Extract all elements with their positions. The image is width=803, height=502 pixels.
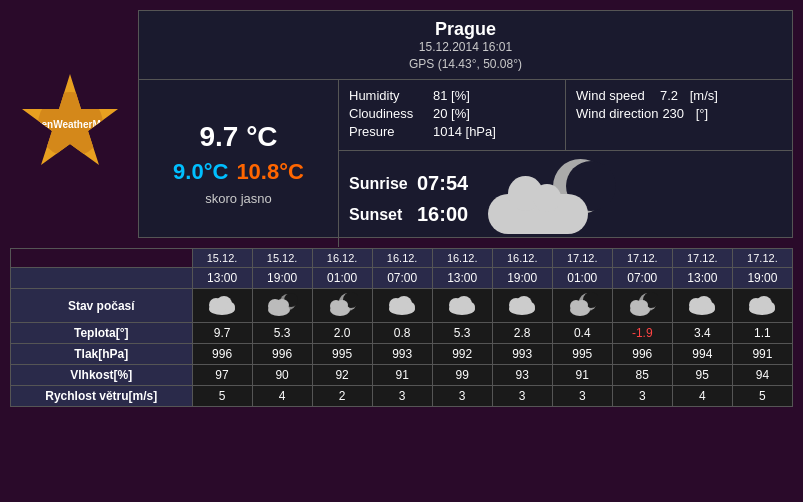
time-header-cell: 07:00 (372, 268, 432, 289)
data-cell: 2 (312, 386, 372, 407)
date-header-cell: 17.12. (672, 249, 732, 268)
logo-star: Open Weather Map (20, 74, 120, 174)
card-header: Prague 15.12.2014 16:01 GPS (14.43°, 50.… (139, 11, 792, 80)
data-cell: 2.0 (312, 323, 372, 344)
data-cell: 0.8 (372, 323, 432, 344)
pressure-value: 1014 [hPa] (433, 124, 496, 139)
time-header-cell: 13:00 (192, 268, 252, 289)
city-name: Prague (151, 19, 780, 40)
row-label-cell: Tlak[hPa] (11, 344, 193, 365)
forecast-table: 15.12.15.12.16.12.16.12.16.12.16.12.17.1… (10, 248, 793, 407)
data-cell: 993 (492, 344, 552, 365)
data-cell (672, 289, 732, 323)
data-cell: 3.4 (672, 323, 732, 344)
table-row: Tlak[hPa]996996995993992993995996994991 (11, 344, 793, 365)
wind-speed-label: Wind speed (576, 88, 656, 103)
data-cell: 996 (612, 344, 672, 365)
cloudiness-label: Cloudiness (349, 106, 429, 121)
data-cell: 4 (672, 386, 732, 407)
data-cell: 2.8 (492, 323, 552, 344)
cloudiness-line: Cloudiness 20 [%] (349, 106, 555, 121)
row-label-cell: Vlhkost[%] (11, 365, 193, 386)
forecast-section: 15.12.15.12.16.12.16.12.16.12.16.12.17.1… (0, 248, 803, 415)
temp-min: 9.0°C (173, 159, 228, 185)
sunset-value: 16:00 (417, 203, 468, 226)
svg-point-43 (765, 302, 775, 312)
wind-dir-label: Wind direction (576, 106, 658, 121)
temp-max: 10.8°C (236, 159, 304, 185)
temp-range: 9.0°C 10.8°C (173, 159, 304, 185)
sunset-row: Sunset 16:00 (349, 203, 468, 226)
app-container: Open Weather Map Prague 15.12.2014 16:01… (0, 0, 803, 502)
date-header-cell: 15.12. (252, 249, 312, 268)
data-cell (552, 289, 612, 323)
date-time: 15.12.2014 16:01 (151, 40, 780, 54)
data-cell: 3 (492, 386, 552, 407)
svg-point-35 (636, 300, 648, 310)
data-cell (432, 289, 492, 323)
data-cell: 9.7 (192, 323, 252, 344)
data-cell: 5.3 (432, 323, 492, 344)
humidity-line: Humidity 81 [%] (349, 88, 555, 103)
data-cell: 97 (192, 365, 252, 386)
sun-times: Sunrise 07:54 Sunset 16:00 (349, 172, 468, 226)
table-row: Rychlost větru[m/s]5423333345 (11, 386, 793, 407)
temp-section: 9.7 °C 9.0°C 10.8°C skoro jasno (139, 80, 339, 247)
sun-section: Sunrise 07:54 Sunset 16:00 (339, 151, 792, 247)
wind-speed-unit: [m/s] (690, 88, 718, 103)
sunrise-row: Sunrise 07:54 (349, 172, 468, 195)
weather-description: skoro jasno (205, 191, 271, 206)
logo-text-line3: Map (92, 118, 112, 131)
svg-point-39 (705, 302, 715, 312)
time-header-cell: 19:00 (492, 268, 552, 289)
data-cell: 5 (732, 386, 792, 407)
time-header-cell: 13:00 (672, 268, 732, 289)
sunrise-value: 07:54 (417, 172, 468, 195)
row-label-cell: Teplota[°] (11, 323, 193, 344)
data-cell: 5 (192, 386, 252, 407)
data-cell (732, 289, 792, 323)
date-header-cell: 17.12. (552, 249, 612, 268)
svg-point-21 (465, 302, 475, 312)
data-cell (192, 289, 252, 323)
card-middle: 9.7 °C 9.0°C 10.8°C skoro jasno Humidity (139, 80, 792, 247)
data-cell: 996 (252, 344, 312, 365)
sunrise-label: Sunrise (349, 175, 409, 193)
row-label-cell: Stav počasí (11, 289, 193, 323)
data-cell (312, 289, 372, 323)
stats-left: Humidity 81 [%] Cloudiness 20 [%] Presur… (339, 80, 566, 150)
data-cell: 91 (552, 365, 612, 386)
data-cell: 1.1 (732, 323, 792, 344)
data-cell: 991 (732, 344, 792, 365)
stats-right: Wind speed 7.2 [m/s] Wind direction 230 … (566, 80, 792, 150)
row-label-cell: Rychlost větru[m/s] (11, 386, 193, 407)
humidity-label: Humidity (349, 88, 429, 103)
data-cell: 3 (372, 386, 432, 407)
data-cell: 993 (372, 344, 432, 365)
wind-dir-value: 230 (662, 106, 684, 121)
main-temp: 9.7 °C (199, 121, 277, 153)
data-cell (612, 289, 672, 323)
data-cell: 93 (492, 365, 552, 386)
pressure-label: Presure (349, 124, 429, 139)
data-cell: 95 (672, 365, 732, 386)
data-cell: 92 (312, 365, 372, 386)
data-cell: 91 (372, 365, 432, 386)
time-header-cell: 01:00 (552, 268, 612, 289)
date-header-cell: 17.12. (612, 249, 672, 268)
data-cell: -1.9 (612, 323, 672, 344)
stats-row: Humidity 81 [%] Cloudiness 20 [%] Presur… (339, 80, 792, 151)
gps-info: GPS (14.43°, 50.08°) (151, 57, 780, 71)
data-cell (252, 289, 312, 323)
moon-cloud-graphic (488, 159, 618, 239)
svg-point-30 (576, 300, 588, 310)
cloud-main (488, 194, 588, 234)
data-cell: 3 (552, 386, 612, 407)
logo-text-line1: Open (28, 118, 54, 131)
data-cell: 3 (432, 386, 492, 407)
svg-point-8 (275, 299, 289, 311)
svg-point-25 (525, 302, 535, 312)
sunset-label: Sunset (349, 206, 409, 224)
svg-point-3 (225, 302, 235, 312)
data-cell: 4 (252, 386, 312, 407)
